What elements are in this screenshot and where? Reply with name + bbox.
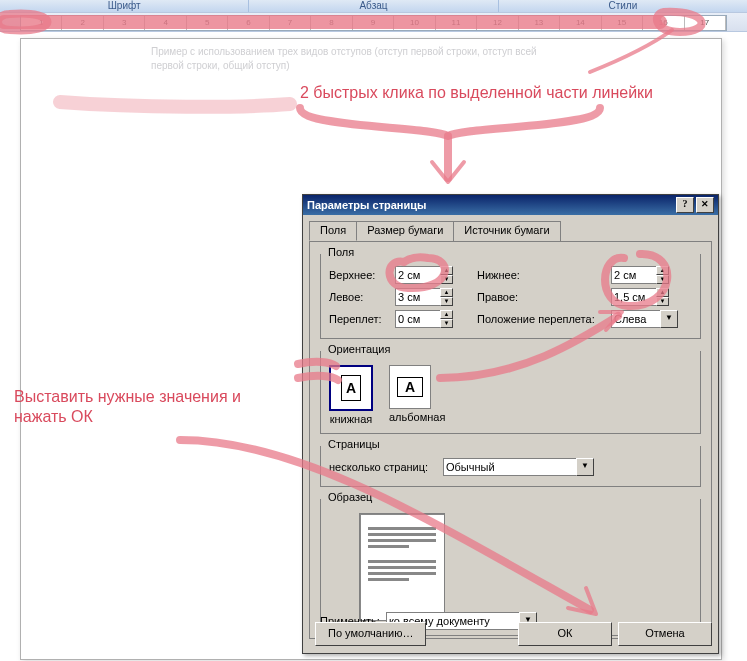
ruler-tick[interactable]: 15 bbox=[602, 16, 643, 30]
top-margin-label: Верхнее: bbox=[329, 269, 391, 281]
dialog-titlebar[interactable]: Параметры страницы bbox=[303, 195, 718, 215]
horizontal-ruler[interactable]: 1234567891011121314151617 bbox=[0, 12, 747, 32]
ok-button[interactable]: ОК bbox=[518, 622, 612, 646]
top-margin-spinner[interactable]: ▲▼ bbox=[395, 266, 453, 284]
ruler-tick[interactable]: 5 bbox=[187, 16, 228, 30]
ruler-tick[interactable]: 12 bbox=[477, 16, 518, 30]
ribbon-group-styles: Стили bbox=[499, 0, 747, 12]
gutter-input[interactable] bbox=[395, 310, 440, 328]
ruler-tick[interactable]: 4 bbox=[145, 16, 186, 30]
bottom-margin-spinner[interactable]: ▲▼ bbox=[611, 266, 669, 284]
tab-margins[interactable]: Поля bbox=[309, 221, 357, 241]
right-margin-input[interactable] bbox=[611, 288, 656, 306]
ruler-tick[interactable]: 6 bbox=[228, 16, 269, 30]
left-margin-spinner[interactable]: ▲▼ bbox=[395, 288, 453, 306]
left-margin-input[interactable] bbox=[395, 288, 440, 306]
ruler-tick[interactable]: 7 bbox=[270, 16, 311, 30]
dialog-title: Параметры страницы bbox=[307, 199, 674, 211]
right-margin-spinner[interactable]: ▲▼ bbox=[611, 288, 669, 306]
group-preview-title: Образец bbox=[325, 491, 375, 503]
spin-up-icon[interactable]: ▲ bbox=[440, 288, 453, 297]
close-button[interactable] bbox=[696, 197, 714, 213]
ruler-tick[interactable]: 17 bbox=[685, 16, 726, 30]
help-button[interactable] bbox=[676, 197, 694, 213]
multi-pages-combo[interactable]: ▼ bbox=[443, 458, 594, 476]
preview-thumbnail bbox=[359, 513, 445, 621]
page-setup-dialog: Параметры страницы Поля Размер бумаги Ис… bbox=[302, 194, 719, 654]
defaults-button[interactable]: По умолчанию… bbox=[315, 622, 426, 646]
spin-up-icon[interactable]: ▲ bbox=[656, 266, 669, 275]
multi-pages-value[interactable] bbox=[443, 458, 576, 476]
document-sample-text: Пример с использованием трех видов отсту… bbox=[151, 45, 671, 73]
gutter-label: Переплет: bbox=[329, 313, 391, 325]
ruler-tick[interactable]: 9 bbox=[353, 16, 394, 30]
group-margins-title: Поля bbox=[325, 246, 357, 258]
cancel-button[interactable]: Отмена bbox=[618, 622, 712, 646]
ruler-tick[interactable]: 3 bbox=[104, 16, 145, 30]
spin-down-icon[interactable]: ▼ bbox=[656, 297, 669, 306]
ribbon-group-font: Шрифт bbox=[0, 0, 249, 12]
ribbon-group-labels: Шрифт Абзац Стили bbox=[0, 0, 747, 12]
spin-down-icon[interactable]: ▼ bbox=[440, 275, 453, 284]
spin-up-icon[interactable]: ▲ bbox=[656, 288, 669, 297]
gutter-position-value[interactable] bbox=[611, 310, 660, 328]
bottom-margin-input[interactable] bbox=[611, 266, 656, 284]
spin-down-icon[interactable]: ▼ bbox=[440, 319, 453, 328]
portrait-icon: A bbox=[341, 375, 361, 401]
ruler-tick[interactable]: 1 bbox=[21, 16, 62, 30]
ribbon-group-paragraph: Абзац bbox=[249, 0, 498, 12]
top-margin-input[interactable] bbox=[395, 266, 440, 284]
ruler-tick[interactable]: 16 bbox=[643, 16, 684, 30]
gutter-spinner[interactable]: ▲▼ bbox=[395, 310, 453, 328]
tab-paper-source[interactable]: Источник бумаги bbox=[453, 221, 560, 241]
ruler-tick[interactable]: 2 bbox=[62, 16, 103, 30]
gutter-position-label: Положение переплета: bbox=[477, 313, 607, 325]
portrait-label: книжная bbox=[330, 413, 373, 425]
spin-up-icon[interactable]: ▲ bbox=[440, 266, 453, 275]
orientation-portrait[interactable]: A книжная bbox=[329, 365, 373, 425]
spin-down-icon[interactable]: ▼ bbox=[440, 297, 453, 306]
landscape-label: альбомная bbox=[389, 411, 445, 423]
multi-pages-label: несколько страниц: bbox=[329, 461, 439, 473]
chevron-down-icon[interactable]: ▼ bbox=[576, 458, 594, 476]
ruler-tick[interactable]: 11 bbox=[436, 16, 477, 30]
group-orientation-title: Ориентация bbox=[325, 343, 393, 355]
orientation-landscape[interactable]: A альбомная bbox=[389, 365, 445, 425]
ruler-tick[interactable]: 10 bbox=[394, 16, 435, 30]
landscape-icon: A bbox=[397, 377, 423, 397]
left-margin-label: Левое: bbox=[329, 291, 391, 303]
gutter-position-combo[interactable]: ▼ bbox=[611, 310, 678, 328]
bottom-margin-label: Нижнее: bbox=[477, 269, 607, 281]
ruler-tick[interactable]: 8 bbox=[311, 16, 352, 30]
ruler-tick[interactable]: 14 bbox=[560, 16, 601, 30]
tab-paper-size[interactable]: Размер бумаги bbox=[356, 221, 454, 241]
right-margin-label: Правое: bbox=[477, 291, 607, 303]
spin-down-icon[interactable]: ▼ bbox=[656, 275, 669, 284]
spin-up-icon[interactable]: ▲ bbox=[440, 310, 453, 319]
group-pages-title: Страницы bbox=[325, 438, 383, 450]
chevron-down-icon[interactable]: ▼ bbox=[660, 310, 678, 328]
ruler-tick[interactable]: 13 bbox=[519, 16, 560, 30]
